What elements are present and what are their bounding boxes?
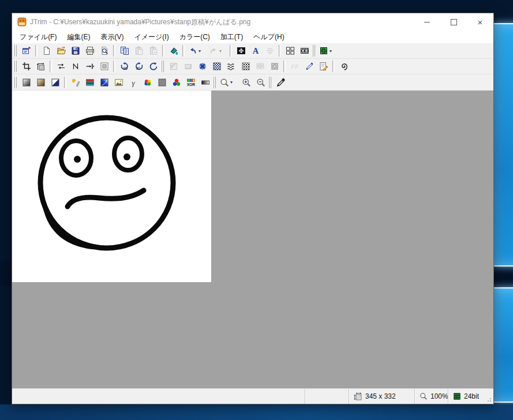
toolbar-button-copy[interactable] (118, 44, 131, 57)
toolbar-button-zoom-select[interactable]: ▾ (219, 76, 238, 89)
zoom-select-icon (220, 78, 229, 87)
toolbar-button-hue[interactable] (141, 76, 154, 89)
toolbar-button-rotate-left-90[interactable]: 90 (118, 60, 131, 73)
toolbar-button-open[interactable] (54, 44, 68, 57)
toolbar-button-radial-blur[interactable] (196, 60, 209, 73)
toolbar-gripper[interactable] (268, 77, 272, 88)
toolbar-button-gamma[interactable]: γ (126, 76, 140, 89)
resize-grip[interactable] (484, 389, 493, 404)
dither-icon (158, 78, 167, 87)
eyedropper-icon (276, 78, 286, 87)
toolbar-button-diffuse[interactable] (268, 60, 281, 73)
copy-icon (120, 46, 129, 55)
toolbar-gripper[interactable] (213, 77, 216, 88)
button-effect-icon (184, 62, 193, 71)
menu-item-help[interactable]: ヘルプ(H) (248, 31, 290, 44)
toolbar-button-mosaic[interactable] (210, 60, 223, 73)
toolbar-button-undo[interactable]: ▾ (187, 44, 207, 57)
toolbar-button-eyedropper[interactable] (274, 76, 287, 89)
toolbar-gripper[interactable] (14, 77, 17, 88)
toolbar-button-new[interactable] (40, 44, 53, 57)
toolbar-button-redo[interactable]: ▾ (208, 44, 227, 57)
toolbar-button-paste[interactable] (132, 44, 145, 57)
toolbar-button-print-preview[interactable] (98, 44, 111, 57)
toolbar-button-photo-adjust[interactable] (112, 76, 125, 89)
shift-icon (85, 62, 95, 71)
toolbar-button-grayscale[interactable] (20, 76, 33, 89)
toolbar-button-sepia[interactable] (34, 76, 47, 89)
toolbar-button-text[interactable]: A (249, 44, 262, 57)
toolbar-button-blue-adjust[interactable] (98, 76, 111, 89)
canvas-area[interactable] (12, 91, 493, 388)
toolbar-button-brick[interactable] (253, 60, 267, 73)
toolbar-gripper[interactable] (14, 45, 17, 57)
toolbar-button-zoom-in[interactable] (239, 76, 253, 89)
toolbar-button-resize[interactable] (34, 60, 47, 73)
canvas-image[interactable] (12, 91, 211, 282)
toolbar-button-flip[interactable] (69, 60, 82, 73)
toolbar-button-brightness[interactable] (69, 76, 82, 89)
toolbar-button-fill[interactable] (167, 44, 180, 57)
toolbar-button-tile[interactable] (283, 44, 297, 57)
toolbar-button-retouch[interactable] (317, 60, 330, 73)
menu-bar: ファイル(F)編集(E)表示(V)イメージ(I)カラー(C)加工(T)ヘルプ(H… (12, 31, 493, 43)
toolbar-button-crop[interactable] (20, 60, 33, 73)
toolbar-button-print[interactable] (83, 44, 96, 57)
toolbar-button-paste-new-image[interactable] (147, 44, 160, 57)
menu-item-view[interactable]: 表示(V) (95, 31, 129, 44)
dropdown-arrow-icon[interactable]: ▾ (230, 80, 233, 85)
toolbar-button-rotate-free[interactable] (147, 60, 160, 73)
toolbar-button-palette[interactable]: ▾ (318, 44, 338, 57)
dropdown-arrow-icon[interactable]: ▾ (329, 48, 332, 54)
toolbar-button-zoom-out[interactable] (254, 76, 267, 89)
toolbar-button-editor-settings[interactable] (20, 44, 33, 57)
minimize-button[interactable] (414, 13, 440, 31)
toolbar-button-fadeout[interactable]: FF (288, 60, 301, 73)
toolbar-button-fit-window[interactable] (234, 44, 248, 57)
toolbar-gripper[interactable] (312, 45, 316, 57)
toolbar-button-noise[interactable] (239, 60, 252, 73)
menu-item-color[interactable]: カラー(C) (174, 31, 215, 44)
paste-image-icon (149, 46, 158, 55)
minimize-icon (424, 22, 430, 22)
dropdown-arrow-icon[interactable]: ▾ (219, 48, 222, 54)
toolbar-button-negative[interactable] (48, 76, 62, 89)
toolbar-button-xor[interactable]: XOR (184, 76, 197, 89)
toolbar-button-wave[interactable] (224, 60, 238, 73)
dropdown-arrow-icon[interactable]: ▾ (199, 48, 201, 54)
menu-item-file[interactable]: ファイル(F) (14, 31, 62, 44)
svg-text:90: 90 (123, 66, 128, 70)
open-folder-icon (57, 46, 66, 55)
close-button[interactable]: × (467, 13, 493, 31)
toolbar-button-button-effect[interactable] (181, 60, 194, 73)
toolbar-button-filmstrip[interactable] (298, 44, 311, 57)
menu-item-edit[interactable]: 編集(E) (62, 31, 95, 44)
toolbar-button-save[interactable] (69, 44, 82, 57)
toolbar-button-whirl[interactable] (337, 60, 350, 73)
svg-text:γ: γ (132, 78, 135, 87)
toolbar-button-rgb-tone[interactable] (83, 76, 96, 89)
menu-item-image[interactable]: イメージ(I) (129, 31, 174, 44)
title-bar[interactable]: JTrim - C:¥Users¥kazuukini yamada¥Pictur… (12, 13, 493, 31)
toolbar-button-dither[interactable] (155, 76, 168, 89)
image-size-value: 345 x 332 (365, 392, 396, 400)
toolbar-button-shift[interactable] (83, 60, 96, 73)
toolbar-button-pen[interactable] (302, 60, 316, 73)
toolbar-button-monochrome-dither[interactable] (199, 76, 212, 89)
toolbar-gripper[interactable] (161, 61, 164, 72)
toolbar-button-gradation[interactable] (167, 60, 180, 73)
toolbar-button-mirror[interactable] (54, 60, 68, 73)
wallpaper-logo-pane-bottom (492, 287, 513, 403)
toolbar-separator (230, 45, 232, 57)
toolbar-gripper[interactable] (14, 61, 17, 72)
toolbar-button-rotate-right-90[interactable]: 90 (132, 60, 145, 73)
menu-item-process[interactable]: 加工(T) (215, 31, 248, 44)
toolbar-button-border[interactable] (98, 60, 111, 73)
maximize-button[interactable] (440, 13, 467, 31)
blue-adjust-icon (100, 78, 109, 87)
status-panel-zoom: 100% (414, 389, 448, 404)
status-panel-empty (305, 389, 349, 404)
toolbar-separator (113, 61, 115, 72)
toolbar-button-concentric-lines[interactable] (263, 44, 276, 57)
toolbar-button-color-balance[interactable] (170, 76, 183, 89)
